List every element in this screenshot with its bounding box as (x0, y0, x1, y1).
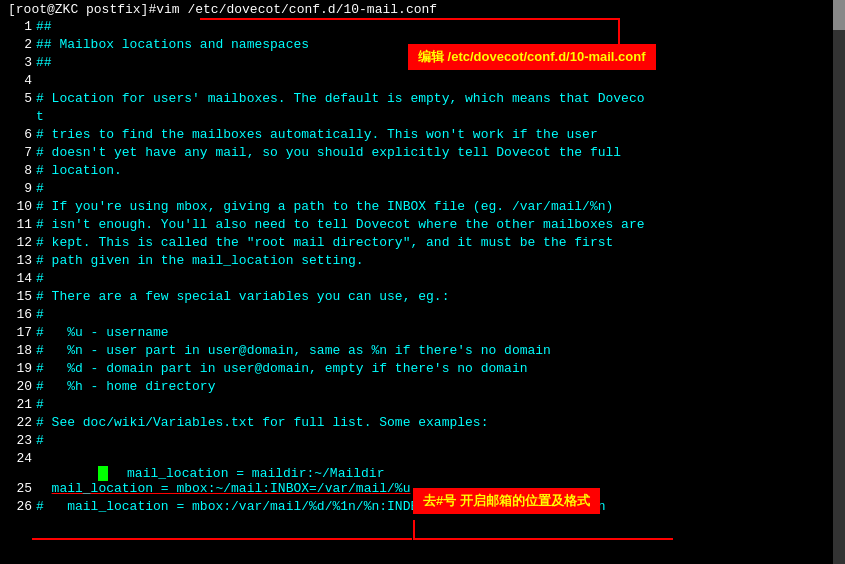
annotation2-line-h (413, 538, 673, 540)
line-11: 11 # isn't enough. You'll also need to t… (4, 217, 829, 235)
line-17: 17 # %u - username (4, 325, 829, 343)
line-24: 24 mail_location = maildir:~/Maildir (4, 451, 829, 481)
line-21: 21 # (4, 397, 829, 415)
line-7: 7 # doesn't yet have any mail, so you sh… (4, 145, 829, 163)
annotation-remove-hash: 去#号 开启邮箱的位置及格式 (413, 488, 600, 514)
line-19: 19 # %d - domain part in user@domain, em… (4, 361, 829, 379)
line-4: 4 (4, 73, 829, 91)
shell-command: vim /etc/dovecot/conf.d/10-mail.conf (156, 2, 437, 17)
line-23: 23 # (4, 433, 829, 451)
annotation-line-1 (200, 18, 620, 20)
cursor-marker (98, 466, 108, 481)
scrollbar-thumb[interactable] (833, 0, 845, 30)
line-1: 1 ## (4, 19, 829, 37)
line-5: 5 # Location for users' mailboxes. The d… (4, 91, 829, 109)
scrollbar[interactable] (833, 0, 845, 564)
line-10: 10 # If you're using mbox, giving a path… (4, 199, 829, 217)
line-13: 13 # path given in the mail_location set… (4, 253, 829, 271)
line-22: 22 # See doc/wiki/Variables.txt for full… (4, 415, 829, 433)
annotation-line-2 (618, 18, 620, 46)
line-20: 20 # %h - home directory (4, 379, 829, 397)
file-content: 1 ## 2 ## Mailbox locations and namespac… (0, 19, 845, 517)
line-12: 12 # kept. This is called the "root mail… (4, 235, 829, 253)
annotation2-line-v (413, 520, 415, 540)
line-18: 18 # %n - user part in user@domain, same… (4, 343, 829, 361)
line-8: 8 # location. (4, 163, 829, 181)
red-underline-line25 (32, 538, 412, 540)
terminal: [root@ZKC postfix]# vim /etc/dovecot/con… (0, 0, 845, 564)
shell-prompt: [root@ZKC postfix]# (8, 2, 156, 17)
line-14: 14 # (4, 271, 829, 289)
annotation-edit-file: 编辑 /etc/dovecot/conf.d/10-mail.conf (408, 44, 656, 70)
title-bar: [root@ZKC postfix]# vim /etc/dovecot/con… (0, 0, 845, 19)
line-15: 15 # There are a few special variables y… (4, 289, 829, 307)
line-6: 6 # tries to find the mailboxes automati… (4, 127, 829, 145)
line-5-cont: t (4, 109, 829, 127)
line-16: 16 # (4, 307, 829, 325)
line-9: 9 # (4, 181, 829, 199)
